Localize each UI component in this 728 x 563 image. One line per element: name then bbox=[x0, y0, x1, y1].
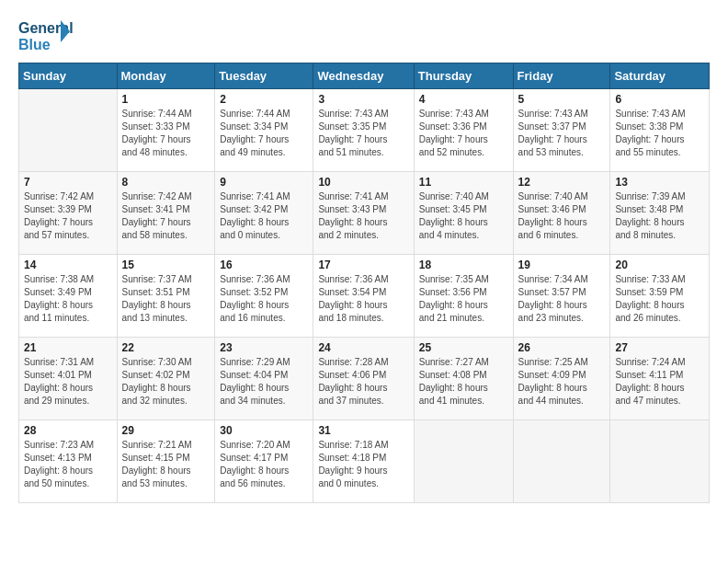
day-number: 17 bbox=[318, 259, 408, 271]
week-row-2: 14Sunrise: 7:38 AM Sunset: 3:49 PM Dayli… bbox=[19, 255, 710, 338]
week-row-3: 21Sunrise: 7:31 AM Sunset: 4:01 PM Dayli… bbox=[19, 338, 710, 420]
day-number: 6 bbox=[615, 93, 704, 106]
day-info: Sunrise: 7:33 AM Sunset: 3:59 PM Dayligh… bbox=[615, 273, 704, 325]
day-number: 12 bbox=[518, 176, 606, 189]
calendar-cell: 12Sunrise: 7:40 AM Sunset: 3:46 PM Dayli… bbox=[513, 172, 610, 255]
day-info: Sunrise: 7:43 AM Sunset: 3:35 PM Dayligh… bbox=[318, 108, 408, 159]
calendar-cell: 29Sunrise: 7:21 AM Sunset: 4:15 PM Dayli… bbox=[117, 420, 215, 503]
day-info: Sunrise: 7:40 AM Sunset: 3:45 PM Dayligh… bbox=[419, 190, 508, 242]
day-info: Sunrise: 7:18 AM Sunset: 4:18 PM Dayligh… bbox=[318, 439, 408, 490]
header-sunday: Sunday bbox=[19, 63, 118, 89]
calendar-cell bbox=[19, 89, 118, 172]
svg-text:Blue: Blue bbox=[18, 37, 51, 52]
day-info: Sunrise: 7:43 AM Sunset: 3:37 PM Dayligh… bbox=[518, 108, 606, 159]
calendar-cell: 10Sunrise: 7:41 AM Sunset: 3:43 PM Dayli… bbox=[313, 172, 414, 255]
day-info: Sunrise: 7:20 AM Sunset: 4:17 PM Dayligh… bbox=[220, 439, 308, 490]
header-wednesday: Wednesday bbox=[313, 63, 414, 89]
calendar-cell: 23Sunrise: 7:29 AM Sunset: 4:04 PM Dayli… bbox=[215, 338, 313, 420]
day-number: 30 bbox=[220, 424, 308, 437]
day-number: 22 bbox=[122, 341, 210, 354]
calendar-cell: 4Sunrise: 7:43 AM Sunset: 3:36 PM Daylig… bbox=[414, 89, 513, 172]
day-number: 1 bbox=[122, 93, 210, 106]
day-number: 3 bbox=[318, 93, 408, 106]
header-row: SundayMondayTuesdayWednesdayThursdayFrid… bbox=[19, 63, 710, 89]
day-info: Sunrise: 7:40 AM Sunset: 3:46 PM Dayligh… bbox=[518, 190, 606, 242]
calendar-cell: 13Sunrise: 7:39 AM Sunset: 3:48 PM Dayli… bbox=[610, 172, 710, 255]
calendar-cell: 19Sunrise: 7:34 AM Sunset: 3:57 PM Dayli… bbox=[513, 255, 610, 338]
day-info: Sunrise: 7:35 AM Sunset: 3:56 PM Dayligh… bbox=[419, 273, 508, 325]
day-number: 25 bbox=[419, 341, 508, 354]
day-number: 27 bbox=[615, 341, 704, 354]
day-number: 29 bbox=[122, 424, 210, 437]
calendar-cell: 30Sunrise: 7:20 AM Sunset: 4:17 PM Dayli… bbox=[215, 420, 313, 503]
calendar-cell bbox=[414, 420, 513, 503]
header-thursday: Thursday bbox=[414, 63, 513, 89]
calendar-cell: 21Sunrise: 7:31 AM Sunset: 4:01 PM Dayli… bbox=[19, 338, 118, 420]
calendar-cell: 28Sunrise: 7:23 AM Sunset: 4:13 PM Dayli… bbox=[19, 420, 118, 503]
calendar-table: SundayMondayTuesdayWednesdayThursdayFrid… bbox=[18, 63, 710, 503]
day-info: Sunrise: 7:41 AM Sunset: 3:42 PM Dayligh… bbox=[220, 190, 308, 242]
day-info: Sunrise: 7:23 AM Sunset: 4:13 PM Dayligh… bbox=[24, 439, 112, 490]
day-info: Sunrise: 7:27 AM Sunset: 4:08 PM Dayligh… bbox=[419, 356, 508, 408]
day-number: 20 bbox=[615, 259, 704, 271]
day-info: Sunrise: 7:28 AM Sunset: 4:06 PM Dayligh… bbox=[318, 356, 408, 408]
day-number: 26 bbox=[518, 341, 606, 354]
day-info: Sunrise: 7:43 AM Sunset: 3:36 PM Dayligh… bbox=[419, 108, 508, 159]
header-saturday: Saturday bbox=[610, 63, 710, 89]
day-info: Sunrise: 7:43 AM Sunset: 3:38 PM Dayligh… bbox=[615, 108, 704, 159]
day-number: 10 bbox=[318, 176, 408, 189]
calendar-cell: 15Sunrise: 7:37 AM Sunset: 3:51 PM Dayli… bbox=[117, 255, 215, 338]
day-number: 14 bbox=[24, 259, 112, 271]
calendar-cell: 2Sunrise: 7:44 AM Sunset: 3:34 PM Daylig… bbox=[215, 89, 313, 172]
calendar-cell: 5Sunrise: 7:43 AM Sunset: 3:37 PM Daylig… bbox=[513, 89, 610, 172]
day-info: Sunrise: 7:42 AM Sunset: 3:39 PM Dayligh… bbox=[24, 190, 112, 242]
day-number: 8 bbox=[122, 176, 210, 189]
day-number: 7 bbox=[24, 176, 112, 189]
calendar-cell: 16Sunrise: 7:36 AM Sunset: 3:52 PM Dayli… bbox=[215, 255, 313, 338]
calendar-cell: 24Sunrise: 7:28 AM Sunset: 4:06 PM Dayli… bbox=[313, 338, 414, 420]
header-tuesday: Tuesday bbox=[215, 63, 313, 89]
calendar-cell: 20Sunrise: 7:33 AM Sunset: 3:59 PM Dayli… bbox=[610, 255, 710, 338]
day-info: Sunrise: 7:41 AM Sunset: 3:43 PM Dayligh… bbox=[318, 190, 408, 242]
calendar-cell: 11Sunrise: 7:40 AM Sunset: 3:45 PM Dayli… bbox=[414, 172, 513, 255]
calendar-cell: 27Sunrise: 7:24 AM Sunset: 4:11 PM Dayli… bbox=[610, 338, 710, 420]
day-number: 4 bbox=[419, 93, 508, 106]
day-number: 21 bbox=[24, 341, 112, 354]
day-number: 28 bbox=[24, 424, 112, 437]
page-header: GeneralBlue bbox=[18, 15, 710, 55]
logo: GeneralBlue bbox=[18, 15, 74, 55]
day-info: Sunrise: 7:37 AM Sunset: 3:51 PM Dayligh… bbox=[122, 273, 210, 325]
week-row-1: 7Sunrise: 7:42 AM Sunset: 3:39 PM Daylig… bbox=[19, 172, 710, 255]
day-info: Sunrise: 7:21 AM Sunset: 4:15 PM Dayligh… bbox=[122, 439, 210, 490]
calendar-cell: 3Sunrise: 7:43 AM Sunset: 3:35 PM Daylig… bbox=[313, 89, 414, 172]
day-info: Sunrise: 7:30 AM Sunset: 4:02 PM Dayligh… bbox=[122, 356, 210, 408]
calendar-cell: 14Sunrise: 7:38 AM Sunset: 3:49 PM Dayli… bbox=[19, 255, 118, 338]
day-number: 31 bbox=[318, 424, 408, 437]
day-info: Sunrise: 7:29 AM Sunset: 4:04 PM Dayligh… bbox=[220, 356, 308, 408]
day-number: 19 bbox=[518, 259, 606, 271]
day-info: Sunrise: 7:36 AM Sunset: 3:52 PM Dayligh… bbox=[220, 273, 308, 325]
calendar-cell: 6Sunrise: 7:43 AM Sunset: 3:38 PM Daylig… bbox=[610, 89, 710, 172]
day-number: 9 bbox=[220, 176, 308, 189]
day-number: 11 bbox=[419, 176, 508, 189]
week-row-4: 28Sunrise: 7:23 AM Sunset: 4:13 PM Dayli… bbox=[19, 420, 710, 503]
day-info: Sunrise: 7:44 AM Sunset: 3:34 PM Dayligh… bbox=[220, 108, 308, 159]
calendar-cell: 25Sunrise: 7:27 AM Sunset: 4:08 PM Dayli… bbox=[414, 338, 513, 420]
day-number: 16 bbox=[220, 259, 308, 271]
day-info: Sunrise: 7:36 AM Sunset: 3:54 PM Dayligh… bbox=[318, 273, 408, 325]
day-number: 23 bbox=[220, 341, 308, 354]
calendar-cell bbox=[610, 420, 710, 503]
day-info: Sunrise: 7:24 AM Sunset: 4:11 PM Dayligh… bbox=[615, 356, 704, 408]
day-info: Sunrise: 7:42 AM Sunset: 3:41 PM Dayligh… bbox=[122, 190, 210, 242]
calendar-cell: 18Sunrise: 7:35 AM Sunset: 3:56 PM Dayli… bbox=[414, 255, 513, 338]
day-number: 24 bbox=[318, 341, 408, 354]
header-monday: Monday bbox=[117, 63, 215, 89]
day-info: Sunrise: 7:25 AM Sunset: 4:09 PM Dayligh… bbox=[518, 356, 606, 408]
day-number: 15 bbox=[122, 259, 210, 271]
calendar-cell bbox=[513, 420, 610, 503]
day-number: 2 bbox=[220, 93, 308, 106]
calendar-cell: 31Sunrise: 7:18 AM Sunset: 4:18 PM Dayli… bbox=[313, 420, 414, 503]
calendar-cell: 22Sunrise: 7:30 AM Sunset: 4:02 PM Dayli… bbox=[117, 338, 215, 420]
day-info: Sunrise: 7:34 AM Sunset: 3:57 PM Dayligh… bbox=[518, 273, 606, 325]
day-info: Sunrise: 7:44 AM Sunset: 3:33 PM Dayligh… bbox=[122, 108, 210, 159]
